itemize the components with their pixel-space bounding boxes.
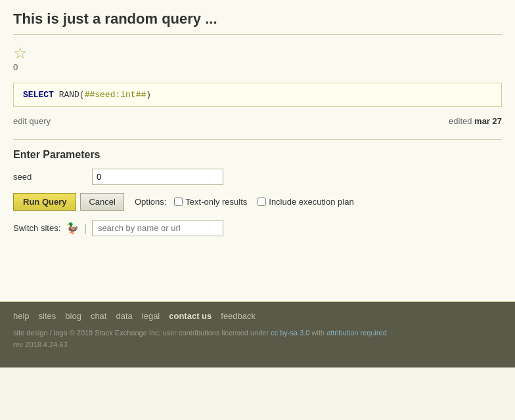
- footer-rev: rev 2018.4.24.63: [13, 341, 502, 348]
- footer-link-data[interactable]: data: [116, 311, 132, 321]
- run-query-button[interactable]: Run Query: [13, 193, 76, 211]
- main-content: This is just a random query ... ☆ 0 SELE…: [0, 0, 515, 302]
- switch-sites-label: Switch sites:: [13, 223, 60, 233]
- attribution-link[interactable]: attribution required: [326, 329, 387, 337]
- pipe-divider: |: [84, 223, 87, 234]
- cancel-button[interactable]: Cancel: [80, 193, 123, 211]
- footer-link-chat[interactable]: chat: [91, 311, 107, 321]
- checkbox-group: Text-only results Include execution plan: [174, 197, 353, 207]
- buttons-row: Run Query Cancel Options: Text-only resu…: [13, 193, 502, 211]
- switch-sites-row: Switch sites: 🦆 |: [13, 220, 502, 236]
- seed-label: seed: [13, 172, 92, 182]
- footer-link-sites[interactable]: sites: [39, 311, 56, 321]
- parameters-title: Enter Parameters: [13, 149, 502, 161]
- site-search-input[interactable]: [92, 220, 223, 236]
- execution-plan-option[interactable]: Include execution plan: [258, 197, 353, 207]
- footer-link-help[interactable]: help: [13, 311, 30, 321]
- vote-section: ☆ 0: [13, 45, 502, 72]
- star-icon[interactable]: ☆: [13, 45, 28, 61]
- edited-label: edited: [449, 116, 472, 126]
- options-label: Options:: [135, 197, 166, 207]
- text-only-label: Text-only results: [185, 197, 247, 207]
- edited-info: edited mar 27: [449, 116, 502, 126]
- footer: helpsitesblogchatdatalegalcontact usfeed…: [0, 302, 515, 368]
- divider: [13, 139, 502, 140]
- license-with: with: [309, 329, 326, 337]
- page-title: This is just a random query ...: [13, 10, 502, 35]
- footer-link-contact-us[interactable]: contact us: [169, 311, 212, 321]
- vote-count: 0: [13, 62, 18, 72]
- seed-input[interactable]: [92, 169, 223, 185]
- footer-copy: site design / logo © 2019 Stack Exchange…: [13, 327, 502, 339]
- footer-link-feedback[interactable]: feedback: [221, 311, 256, 321]
- code-param: ##seed:int##: [85, 90, 146, 100]
- copyright-text: site design / logo © 2019 Stack Exchange…: [13, 329, 271, 337]
- code-keyword: SELECT: [23, 90, 54, 100]
- query-actions: edit query edited mar 27: [13, 116, 502, 126]
- edited-date: mar 27: [474, 116, 502, 126]
- text-only-checkbox[interactable]: [174, 198, 183, 206]
- site-icon: 🦆: [66, 222, 79, 234]
- code-block: SELECT RAND(##seed:int##): [13, 83, 502, 107]
- param-row-seed: seed: [13, 169, 502, 185]
- text-only-option[interactable]: Text-only results: [174, 197, 247, 207]
- license-link[interactable]: cc by-sa 3.0: [271, 329, 309, 337]
- footer-link-legal[interactable]: legal: [142, 311, 160, 321]
- execution-plan-label: Include execution plan: [269, 197, 353, 207]
- footer-links: helpsitesblogchatdatalegalcontact usfeed…: [13, 311, 502, 321]
- code-close-paren: ): [146, 90, 151, 100]
- footer-link-blog[interactable]: blog: [65, 311, 81, 321]
- code-function: RAND(: [59, 90, 85, 100]
- edit-query-link[interactable]: edit query: [13, 116, 51, 126]
- parameters-section: Enter Parameters seed Run Query Cancel O…: [13, 149, 502, 236]
- execution-plan-checkbox[interactable]: [258, 198, 266, 206]
